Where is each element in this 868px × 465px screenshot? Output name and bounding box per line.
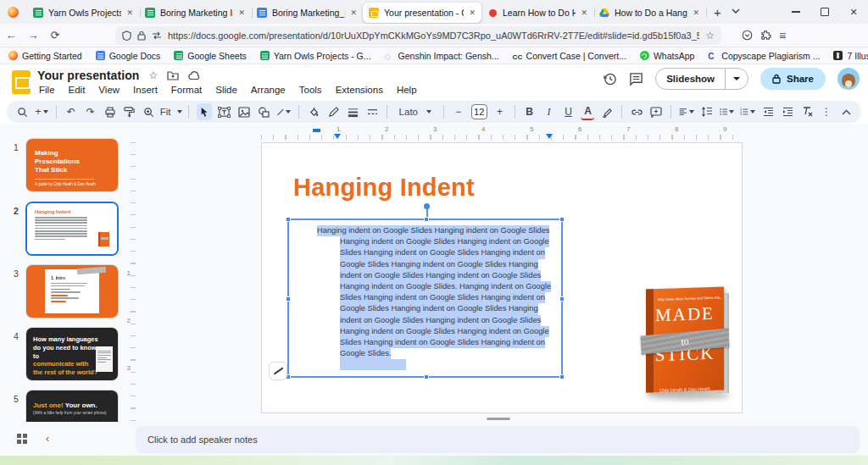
decrease-font-size-button[interactable]: − — [452, 103, 465, 120]
menu-help[interactable]: Help — [392, 84, 421, 96]
comments-icon[interactable] — [629, 72, 643, 86]
resize-handle-w[interactable] — [286, 296, 291, 302]
tab-yarn-owls[interactable]: Yarn Owls Projects - Googl ✕ — [27, 3, 139, 23]
text-box-options-button[interactable] — [269, 362, 287, 380]
tab-boring-marketing-howto[interactable]: Boring Marketing_How To D ✕ — [251, 3, 363, 23]
slide-thumbnail-3[interactable]: 1. Intro — [25, 264, 119, 318]
tab-close-icon[interactable]: ✕ — [126, 9, 133, 17]
hanging-indent-paragraph[interactable]: Hanging indent on Google Slides Hanging … — [289, 220, 561, 374]
tab-close-icon[interactable]: ✕ — [581, 9, 587, 17]
increase-font-size-button[interactable]: + — [493, 103, 507, 120]
zoom-icon[interactable] — [142, 103, 156, 120]
tab-close-icon[interactable]: ✕ — [693, 9, 699, 17]
resize-handle-ne[interactable] — [559, 217, 565, 222]
bookmark-star-icon[interactable]: ☆ — [705, 30, 715, 42]
insert-shape-icon[interactable] — [257, 103, 270, 120]
bulleted-list-button[interactable] — [720, 103, 735, 120]
menu-tools[interactable]: Tools — [295, 84, 326, 96]
fill-color-icon[interactable] — [307, 103, 320, 120]
undo-icon[interactable]: ↶ — [64, 103, 78, 120]
rotation-handle[interactable] — [424, 203, 430, 209]
bookmark-google-sheets[interactable]: Google Sheets — [174, 51, 246, 61]
url-text[interactable]: https://docs.google.com/presentation/d/1… — [168, 30, 699, 41]
list-all-tabs-icon[interactable] — [732, 8, 739, 16]
border-dash-icon[interactable] — [365, 103, 379, 120]
slide-thumbnail-2-selected[interactable]: Hanging Indent — [25, 202, 119, 256]
menu-view[interactable]: View — [94, 84, 124, 96]
bold-button[interactable]: B — [522, 103, 536, 120]
resize-handle-s[interactable] — [424, 374, 429, 379]
print-icon[interactable] — [103, 103, 117, 120]
slides-logo-icon[interactable] — [12, 70, 31, 94]
decrease-indent-icon[interactable] — [761, 103, 775, 120]
line-spacing-icon[interactable] — [700, 103, 714, 120]
move-to-folder-icon[interactable] — [167, 70, 179, 80]
cloud-status-icon[interactable] — [188, 71, 201, 80]
shield-icon[interactable] — [122, 30, 131, 41]
slide-thumbnail-1[interactable]: Making Presentations That Stick A guide … — [25, 138, 119, 192]
underline-button[interactable]: U — [561, 103, 575, 120]
window-maximize-button[interactable] — [810, 1, 839, 23]
border-color-icon[interactable] — [326, 103, 340, 120]
insert-link-icon[interactable] — [630, 103, 643, 120]
reload-icon[interactable]: ⟳ — [44, 29, 66, 42]
forward-icon[interactable]: → — [22, 29, 44, 42]
menu-arrange[interactable]: Arrange — [247, 84, 290, 96]
hanging-indent-marker[interactable] — [334, 134, 341, 139]
back-icon[interactable]: ← — [0, 29, 22, 42]
tab-learn-hanging-indent[interactable]: Learn How to Do Hanging I ✕ — [481, 3, 593, 23]
paint-format-icon[interactable] — [123, 103, 136, 120]
insert-line-icon[interactable] — [276, 103, 292, 120]
menu-slide[interactable]: Slide — [211, 84, 242, 96]
slide-thumbnail-5[interactable]: Just one! Your own. (With a little help … — [25, 390, 119, 422]
numbered-list-button[interactable]: 123 — [740, 103, 755, 120]
search-menus-icon[interactable] — [15, 103, 29, 120]
slide-title[interactable]: Hanging Indent — [293, 174, 475, 202]
bookmark-yarn-owls[interactable]: Yarn Owls Projects - G... — [260, 51, 371, 61]
insert-image-icon[interactable] — [237, 103, 251, 120]
selected-text-box[interactable]: Hanging indent on Google Slides Hanging … — [287, 219, 563, 378]
tab-close-icon[interactable]: ✕ — [469, 9, 476, 17]
document-title[interactable]: Your presentation — [37, 69, 139, 82]
menu-edit[interactable]: Edit — [64, 84, 90, 96]
grid-view-icon[interactable] — [17, 434, 27, 444]
url-bar[interactable]: https://docs.google.com/presentation/d/1… — [115, 26, 721, 45]
border-weight-icon[interactable] — [346, 103, 359, 120]
avatar[interactable] — [837, 68, 860, 90]
extensions-icon[interactable] — [760, 30, 771, 41]
bookmark-convert-case[interactable]: Convert Case | Convert... — [513, 51, 626, 61]
slideshow-dropdown[interactable] — [725, 69, 748, 89]
select-tool-icon[interactable] — [197, 103, 212, 120]
firefox-icon[interactable] — [8, 7, 19, 18]
slide-canvas[interactable]: Hanging Indent Hanging indent on Google … — [261, 142, 743, 413]
tab-how-to-hanging-indent[interactable]: How to Do a Hanging Inde ✕ — [593, 3, 705, 23]
resize-handle-se[interactable] — [559, 374, 565, 379]
bookmark-illustrated-novels[interactable]: 7 Illustrated Novels fo... — [833, 51, 868, 61]
pocket-icon[interactable] — [742, 30, 753, 41]
slideshow-button[interactable]: Slideshow — [655, 68, 748, 90]
share-button[interactable]: Share — [760, 68, 826, 90]
slide-thumbnail-4[interactable]: How many languages do you need to know t… — [25, 327, 119, 381]
horizontal-scrollbar-thumb[interactable] — [487, 418, 510, 420]
resize-handle-n[interactable] — [424, 217, 429, 222]
window-minimize-button[interactable] — [782, 1, 810, 23]
menu-extensions[interactable]: Extensions — [331, 84, 387, 96]
redo-icon[interactable]: ↷ — [84, 103, 97, 120]
text-color-button[interactable]: A — [581, 103, 594, 120]
menu-insert[interactable]: Insert — [129, 84, 162, 96]
right-indent-marker[interactable] — [546, 134, 553, 139]
version-history-icon[interactable] — [603, 72, 617, 86]
bookmark-google-docs[interactable]: Google Docs — [96, 51, 161, 61]
tab-your-presentation-active[interactable]: Your presentation - Googl ✕ — [363, 3, 481, 23]
permissions-icon[interactable] — [152, 31, 162, 40]
new-tab-button[interactable]: + — [714, 5, 721, 19]
clear-formatting-icon[interactable] — [800, 103, 814, 120]
bookmark-whatsapp[interactable]: WhatsApp — [640, 51, 694, 61]
font-family-select[interactable]: Lato — [395, 103, 436, 120]
speaker-notes-input[interactable]: Click to add speaker notes — [136, 426, 860, 453]
text-box-icon[interactable] — [218, 103, 231, 120]
bookmark-getting-started[interactable]: Getting Started — [8, 51, 82, 61]
menu-hamburger-icon[interactable]: ≡ — [779, 29, 786, 42]
tab-boring-marketing-internal[interactable]: Boring Marketing Internal - ✕ — [139, 3, 251, 23]
made-to-stick-book-image[interactable]: Why Some Ideas Survive and Others Die...… — [641, 283, 736, 401]
